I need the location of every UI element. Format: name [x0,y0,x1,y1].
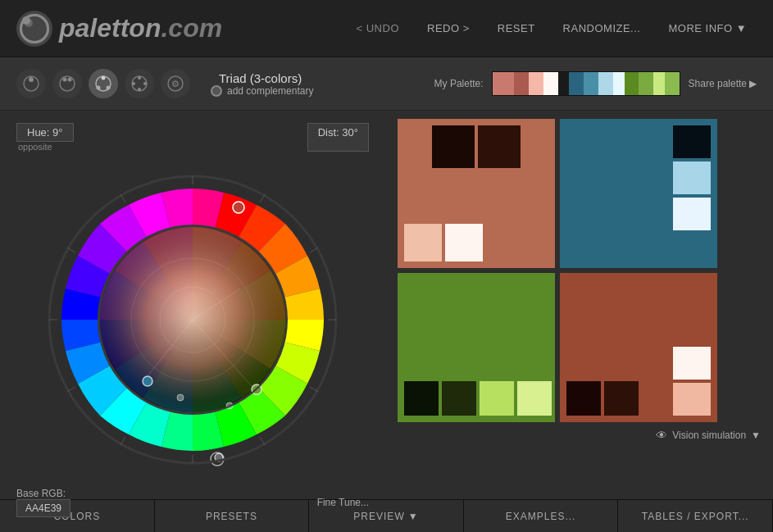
more-info-label: MORE INFO [668,22,732,34]
wheel-mode-icons: ⚙ [16,69,190,98]
palette-color-13 [665,72,680,95]
svg-point-9 [97,86,101,90]
vision-simulation-row: 👁 Vision simulation ▼ [398,429,761,442]
preview-arrow: ▼ [408,511,419,522]
svg-point-13 [143,82,147,85]
swatch-dark-2 [478,125,521,168]
palette-color-2 [514,72,529,95]
color-cell-4[interactable] [560,273,717,422]
color-cell-3[interactable] [398,273,555,422]
color-wheel-svg[interactable] [29,156,357,484]
palette-color-4 [543,72,558,95]
fine-tune-link[interactable]: Fine Tune... [317,497,369,508]
swatch-green-light-2 [517,381,552,416]
vision-sim-label: Vision simulation [672,430,746,441]
base-rgb-value[interactable]: AA4E39 [16,499,70,517]
opposite-label: opposite [18,142,74,152]
palette-color-10 [625,72,639,95]
header: paletton.com < UNDO REDO > RESET RANDOMI… [0,0,773,57]
eye-icon: 👁 [656,429,667,442]
palette-color-12 [653,72,664,95]
add-comp-circle-icon [211,85,222,97]
swatch-light-2 [445,224,483,261]
svg-point-10 [107,86,111,90]
swatch-rust-mid [673,383,711,416]
swatch-light-1 [404,224,442,261]
add-comp-label: add complementary [227,85,313,97]
svg-point-6 [68,78,72,82]
share-palette-button[interactable]: Share palette ▶ [689,78,757,89]
palette-strip [492,71,680,96]
svg-point-12 [138,76,141,80]
svg-point-29 [143,376,152,386]
swatch-rust-dark-2 [604,381,639,416]
more-info-button[interactable]: MORE INFO ▼ [658,17,757,39]
swatch-green-dark-1 [404,381,439,416]
palette-color-8 [598,72,613,95]
logo-icon [16,11,52,47]
swatch-dark-1 [432,125,475,168]
tables-tab[interactable]: TABLES / EXPORT... [618,500,773,532]
svg-point-15 [132,82,135,85]
hue-dist-row: Hue: 9° opposite Dist: 30° [16,123,369,152]
examples-label: EXAMPLES... [506,511,576,522]
toolbar: ⚙ Triad (3-colors) add complementary My … [0,57,773,111]
dist-control[interactable]: Dist: 30° [307,123,369,152]
svg-point-28 [233,202,244,213]
swatch-rust-dark-1 [566,381,601,416]
svg-point-5 [63,78,67,82]
redo-button[interactable]: REDO > [417,17,480,39]
svg-point-0 [20,15,48,43]
swatch-green-dark-2 [442,381,476,416]
swatch-teal-light-1 [673,161,711,194]
palette-color-9 [613,72,624,95]
main-content: Hue: 9° opposite Dist: 30° [0,111,773,499]
svg-point-1 [25,19,33,27]
right-panel: 👁 Vision simulation ▼ [385,111,773,499]
svg-point-3 [29,77,34,82]
swatch-rust-light [673,347,711,380]
svg-point-14 [138,88,141,91]
mode-icon-adjacent[interactable] [52,69,82,98]
svg-point-32 [177,394,184,401]
undo-button[interactable]: < UNDO [347,17,409,39]
hue-control[interactable]: Hue: 9° [16,123,74,142]
vision-sim-arrow[interactable]: ▼ [751,430,761,441]
mode-icon-custom[interactable]: ⚙ [161,69,190,98]
palette-preview: My Palette: Share palette ▶ [434,71,757,96]
mode-label: Triad (3-colors) [219,71,313,85]
add-complementary[interactable]: add complementary [211,85,313,97]
share-palette-arrow: ▶ [749,78,757,89]
examples-tab[interactable]: EXAMPLES... [464,500,619,532]
more-info-arrow: ▼ [736,22,747,34]
svg-text:⚙: ⚙ [171,79,180,89]
base-rgb-label: Base RGB: [16,488,70,499]
base-rgb-row: Base RGB: AA4E39 Fine Tune... [16,488,369,517]
swatch-teal-dark [673,125,711,158]
palette-color-6 [569,72,584,95]
share-palette-label: Share palette [689,78,747,89]
nav-buttons: < UNDO REDO > RESET RANDOMIZE... MORE IN… [347,17,757,39]
logo-text: paletton.com [59,13,222,43]
reset-button[interactable]: RESET [488,17,545,39]
palette-color-3 [529,72,543,95]
palette-label: My Palette: [434,78,484,89]
palette-color-1 [493,72,515,95]
color-cell-1[interactable] [398,119,555,268]
color-cell-2[interactable] [560,119,717,268]
color-wheel-container[interactable] [29,156,357,484]
left-panel: Hue: 9° opposite Dist: 30° [0,111,385,499]
logo: paletton.com [16,11,222,47]
mode-icon-triad[interactable] [89,69,118,98]
palette-color-11 [639,72,653,95]
svg-point-8 [102,76,106,80]
mode-icon-mono[interactable] [16,69,46,98]
mode-icon-tetrad[interactable] [125,69,154,98]
svg-point-4 [60,76,75,91]
swatch-teal-light-2 [673,198,711,230]
palette-color-5 [558,72,569,95]
randomize-button[interactable]: RANDOMIZE... [553,17,651,39]
tables-label: TABLES / EXPORT... [642,511,749,522]
swatch-green-light-1 [480,381,514,416]
palette-color-7 [584,72,598,95]
